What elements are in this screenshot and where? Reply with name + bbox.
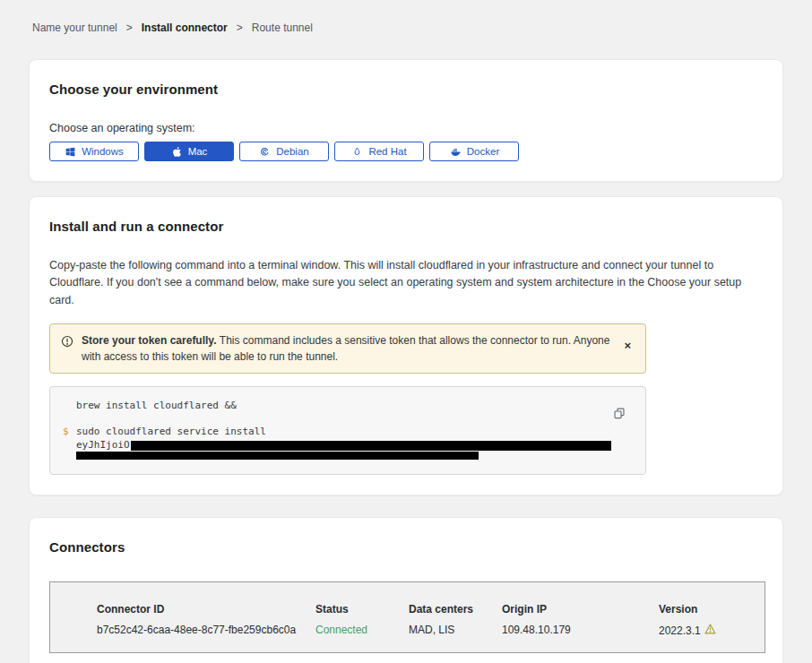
install-card-description: Copy-paste the following command into a …	[49, 257, 763, 309]
breadcrumb-step-route-tunnel[interactable]: Route tunnel	[252, 22, 313, 34]
connectors-table: Connector ID Status Data centers Origin …	[49, 581, 765, 653]
prompt-gutter	[63, 439, 76, 451]
docker-icon	[449, 146, 462, 158]
os-select-label: Choose an operating system:	[49, 122, 763, 134]
warning-triangle-icon	[704, 624, 716, 637]
token-redaction-bar	[131, 441, 611, 451]
install-connector-card: Install and run a connector Copy-paste t…	[29, 196, 783, 495]
terminal-line-2: $ sudo cloudflared service install	[63, 426, 631, 437]
breadcrumb-separator: >	[126, 22, 133, 34]
apple-icon	[171, 146, 183, 158]
alert-title: Store your token carefully.	[82, 334, 220, 347]
cell-version: 2022.3.1	[659, 624, 764, 637]
table-header-row: Connector ID Status Data centers Origin …	[50, 603, 764, 616]
breadcrumb-separator: >	[237, 22, 243, 34]
redhat-icon	[351, 146, 363, 158]
environment-card-title: Choose your environment	[49, 82, 763, 97]
prompt-gutter	[63, 451, 76, 460]
terminal-line-1: brew install cloudflared &&	[63, 400, 631, 411]
command-text: sudo cloudflared service install	[76, 426, 266, 437]
os-button-label: Debian	[276, 146, 308, 157]
breadcrumb-step-name-your-tunnel[interactable]: Name your tunnel	[32, 22, 117, 34]
cell-connector-id: b7c52c42-6caa-48ee-8c77-fbe259cb6c0a	[97, 624, 315, 637]
connectors-card: Connectors Connector ID Status Data cent…	[29, 517, 783, 663]
copy-icon[interactable]	[613, 407, 626, 422]
os-button-docker[interactable]: Docker	[429, 142, 519, 161]
os-button-mac[interactable]: Mac	[144, 142, 234, 161]
os-button-debian[interactable]: Debian	[239, 142, 329, 161]
os-button-label: Windows	[82, 146, 124, 157]
environment-card: Choose your environment Choose an operat…	[29, 59, 783, 182]
table-row: b7c52c42-6caa-48ee-8c77-fbe259cb6c0a Con…	[50, 624, 764, 637]
breadcrumb: Name your tunnel > Install connector > R…	[0, 0, 812, 34]
connectors-card-title: Connectors	[49, 539, 763, 555]
windows-icon	[65, 146, 76, 158]
cell-data-centers: MAD, LIS	[409, 624, 502, 637]
os-button-label: Red Hat	[368, 146, 406, 157]
os-button-windows[interactable]: Windows	[49, 142, 139, 161]
debian-icon	[259, 146, 271, 158]
os-button-group: Windows Mac Debian Red Hat Docker	[49, 142, 763, 161]
command-text: brew install cloudflared &&	[76, 400, 237, 411]
token-text: eyJhIjoiO	[76, 439, 611, 451]
install-card-title: Install and run a connector	[49, 219, 763, 234]
version-text: 2022.3.1	[659, 624, 701, 637]
install-command-terminal: brew install cloudflared && $ sudo cloud…	[49, 386, 646, 475]
header-status: Status	[315, 603, 409, 616]
header-origin-ip: Origin IP	[502, 603, 659, 616]
alert-text: Store your token carefully. This command…	[82, 332, 612, 365]
header-connector-id: Connector ID	[97, 603, 315, 616]
token-redaction-bar	[76, 452, 479, 460]
cell-origin-ip: 109.48.10.179	[502, 624, 659, 637]
close-icon[interactable]: ×	[620, 340, 635, 351]
breadcrumb-step-install-connector[interactable]: Install connector	[142, 22, 228, 34]
os-button-redhat[interactable]: Red Hat	[334, 142, 424, 161]
os-button-label: Docker	[467, 146, 499, 157]
terminal-line-3: eyJhIjoiO	[63, 439, 631, 451]
header-version: Version	[659, 603, 764, 616]
info-circle-icon	[61, 335, 73, 352]
terminal-line-4	[63, 451, 631, 460]
os-button-label: Mac	[188, 146, 208, 157]
token-prefix: eyJhIjoiO	[76, 439, 130, 451]
token-warning-alert: Store your token carefully. This command…	[49, 323, 646, 374]
header-data-centers: Data centers	[409, 603, 502, 616]
prompt-gutter	[63, 400, 76, 411]
status-badge: Connected	[315, 624, 409, 637]
shell-prompt: $	[63, 426, 76, 437]
